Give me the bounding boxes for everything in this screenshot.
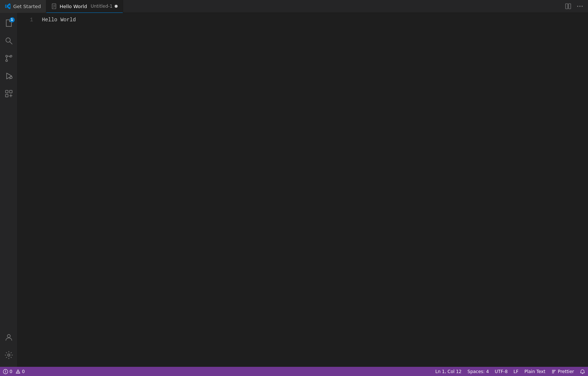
status-errors[interactable]: 0 0 <box>0 367 28 376</box>
sidebar-item-search[interactable] <box>0 32 18 50</box>
search-icon <box>4 36 13 45</box>
warning-count: 0 <box>22 369 25 374</box>
run-icon <box>4 72 13 80</box>
title-bar-actions <box>563 1 588 11</box>
ellipsis-icon <box>577 3 583 9</box>
status-line-ending[interactable]: LF <box>510 367 521 376</box>
get-started-tab-label: Get Started <box>13 4 41 9</box>
line-numbers: 1 <box>18 13 36 367</box>
status-notifications[interactable] <box>577 367 588 376</box>
status-formatter[interactable]: Prettier <box>548 367 577 376</box>
bell-icon <box>580 369 585 374</box>
extensions-icon <box>4 89 13 98</box>
svg-rect-16 <box>6 90 8 93</box>
editor-area: 1 Hello World <box>18 13 588 367</box>
code-editor[interactable]: Hello World <box>36 13 588 367</box>
sidebar-item-extensions[interactable] <box>0 85 18 102</box>
svg-rect-17 <box>10 90 12 93</box>
code-line-1: Hello World <box>42 16 588 24</box>
error-count: 0 <box>10 369 12 374</box>
status-encoding[interactable]: UTF-8 <box>492 367 510 376</box>
encoding-label: UTF-8 <box>495 369 508 374</box>
svg-point-9 <box>6 38 10 42</box>
svg-rect-5 <box>569 4 571 9</box>
title-bar: Get Started Hello World Untitled-1 <box>0 0 588 13</box>
tab-get-started[interactable]: Get Started <box>0 0 46 13</box>
svg-point-7 <box>580 6 581 7</box>
spaces-label: Spaces: 4 <box>467 369 489 374</box>
svg-point-12 <box>6 60 7 62</box>
tab-untitled-label: Untitled-1 <box>91 4 112 9</box>
svg-point-20 <box>8 354 10 356</box>
settings-icon <box>4 351 13 359</box>
activity-bar: 1 <box>0 13 18 367</box>
sidebar-item-source-control[interactable] <box>0 50 18 67</box>
status-bar-right: Ln 1, Col 12 Spaces: 4 UTF-8 LF Plain Te… <box>433 367 588 376</box>
code-text: Hello World <box>42 16 76 24</box>
position-label: Ln 1, Col 12 <box>435 369 462 374</box>
status-spaces[interactable]: Spaces: 4 <box>465 367 492 376</box>
sidebar-item-run[interactable] <box>0 67 18 85</box>
status-position[interactable]: Ln 1, Col 12 <box>433 367 465 376</box>
svg-line-15 <box>10 78 10 79</box>
vscode-logo-icon <box>5 3 11 9</box>
svg-rect-4 <box>566 4 568 9</box>
split-editor-icon <box>565 3 571 9</box>
line-number-1: 1 <box>18 16 33 24</box>
editor-content[interactable]: 1 Hello World <box>18 13 588 367</box>
svg-line-10 <box>10 42 12 44</box>
tab-untitled-1[interactable]: Hello World Untitled-1 <box>46 0 123 13</box>
source-control-icon <box>4 54 13 63</box>
activity-bar-bottom <box>0 329 18 367</box>
tab-hello-world-label: Hello World <box>60 4 87 9</box>
status-bar-left: 0 0 <box>0 367 28 376</box>
svg-point-8 <box>582 6 583 7</box>
svg-point-23 <box>5 372 6 372</box>
svg-rect-18 <box>6 94 8 97</box>
svg-point-19 <box>7 335 10 337</box>
warning-icon <box>15 369 21 374</box>
svg-point-25 <box>18 372 18 373</box>
sidebar-item-settings[interactable] <box>0 346 18 364</box>
status-language[interactable]: Plain Text <box>521 367 548 376</box>
status-bar: 0 0 Ln 1, Col 12 Spaces: 4 UTF-8 LF Plai… <box>0 367 588 376</box>
split-editor-button[interactable] <box>563 1 573 11</box>
prettier-icon <box>551 369 556 374</box>
more-actions-button[interactable] <box>575 1 585 11</box>
svg-point-13 <box>10 55 12 57</box>
formatter-label: Prettier <box>558 369 574 374</box>
account-icon <box>4 333 13 342</box>
explorer-badge: 1 <box>10 17 15 22</box>
tab-unsaved-dot <box>115 5 118 8</box>
sidebar-item-explorer[interactable]: 1 <box>0 14 18 32</box>
line-ending-label: LF <box>513 369 519 374</box>
svg-point-6 <box>577 6 578 7</box>
file-icon <box>51 3 57 9</box>
language-label: Plain Text <box>524 369 545 374</box>
error-icon <box>3 369 8 374</box>
main-layout: 1 <box>0 13 588 367</box>
sidebar-item-account[interactable] <box>0 329 18 346</box>
